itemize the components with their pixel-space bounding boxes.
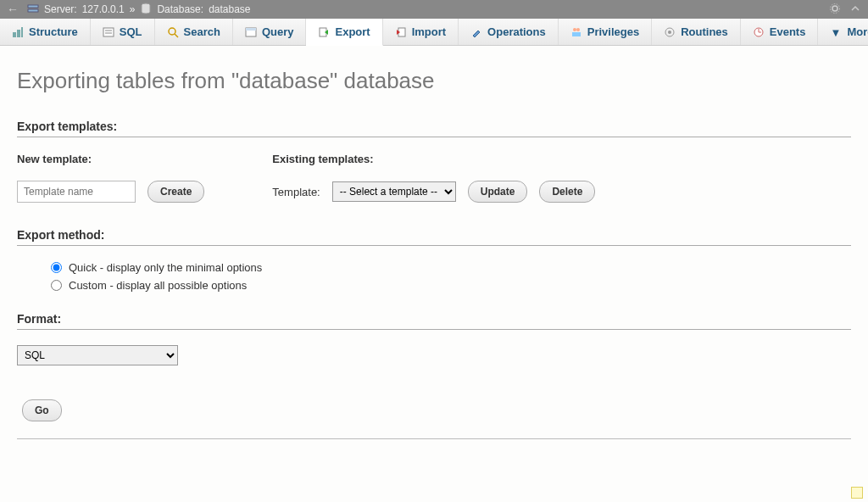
gear-icon[interactable] (829, 3, 841, 17)
back-arrow-icon[interactable]: ← (7, 3, 19, 16)
tab-query[interactable]: Query (233, 19, 307, 45)
radio-quick-label: Quick - display only the minimal options (69, 261, 262, 274)
svg-point-11 (169, 28, 175, 35)
breadcrumb-bar: ← Server: 127.0.0.1 » Database: database (0, 0, 868, 19)
svg-point-3 (832, 6, 837, 11)
svg-point-18 (576, 28, 580, 31)
tab-label: Privileges (587, 25, 639, 38)
divider (17, 438, 851, 439)
privileges-icon (570, 26, 582, 38)
tab-structure[interactable]: Structure (0, 19, 91, 45)
svg-rect-7 (21, 27, 23, 37)
svg-rect-1 (28, 9, 38, 12)
tab-import[interactable]: Import (383, 19, 459, 45)
search-icon (167, 26, 179, 38)
tab-label: SQL (120, 25, 142, 38)
create-button[interactable]: Create (147, 181, 204, 203)
tab-label: Operations (487, 25, 546, 38)
tab-search[interactable]: Search (155, 19, 233, 45)
radio-quick[interactable]: Quick - display only the minimal options (51, 261, 851, 274)
tab-more[interactable]: ▼ More (818, 19, 868, 45)
svg-rect-5 (13, 32, 16, 37)
svg-rect-19 (572, 32, 581, 36)
template-select[interactable]: -- Select a template -- (332, 181, 456, 202)
svg-rect-8 (103, 28, 114, 36)
export-method-heading: Export method: (17, 228, 851, 246)
tab-operations[interactable]: Operations (459, 19, 559, 45)
export-icon (318, 26, 330, 38)
tab-export[interactable]: Export (306, 19, 382, 46)
tab-sql[interactable]: SQL (91, 19, 155, 45)
template-name-input[interactable] (17, 181, 136, 203)
svg-point-17 (573, 28, 576, 31)
server-label: Server: (44, 3, 77, 15)
tab-label: Structure (29, 25, 78, 38)
new-template-heading: New template: (17, 153, 204, 165)
tab-label: Routines (681, 25, 728, 38)
tab-label: Search (184, 25, 220, 38)
collapse-icon[interactable] (849, 3, 861, 17)
svg-line-12 (175, 34, 178, 37)
page-title: Exporting tables from "database" databas… (17, 68, 851, 94)
svg-rect-0 (28, 5, 38, 8)
db-value[interactable]: database (209, 3, 250, 15)
radio-quick-input[interactable] (51, 262, 62, 273)
routines-icon (664, 26, 676, 38)
template-select-label: Template: (272, 186, 320, 198)
more-icon: ▼ (830, 26, 842, 38)
tab-label: Query (262, 25, 294, 38)
radio-custom-label: Custom - display all possible options (69, 279, 247, 292)
tab-privileges[interactable]: Privileges (559, 19, 652, 45)
svg-rect-6 (17, 30, 20, 37)
format-select[interactable]: SQL (17, 345, 178, 365)
query-icon (245, 26, 257, 38)
operations-icon (470, 26, 482, 38)
svg-point-4 (831, 3, 840, 13)
breadcrumb-sep: » (130, 3, 136, 15)
export-templates-heading: Export templates: (17, 120, 851, 137)
tab-label: More (847, 25, 868, 38)
tab-label: Export (335, 25, 370, 38)
tab-events[interactable]: Events (741, 19, 819, 45)
existing-templates-heading: Existing templates: (272, 153, 595, 165)
sql-icon (103, 26, 114, 38)
svg-rect-14 (246, 28, 256, 31)
svg-point-21 (668, 31, 671, 34)
update-button[interactable]: Update (468, 181, 528, 203)
tab-label: Events (770, 25, 806, 38)
database-icon (140, 3, 152, 17)
radio-custom[interactable]: Custom - display all possible options (51, 279, 851, 292)
tab-routines[interactable]: Routines (652, 19, 741, 45)
tabs-bar: Structure SQL Search Query Export Import… (0, 19, 868, 46)
events-icon (753, 26, 765, 38)
import-icon (395, 26, 407, 38)
tab-label: Import (412, 25, 446, 38)
structure-icon (12, 26, 24, 38)
format-heading: Format: (17, 312, 851, 330)
server-value[interactable]: 127.0.0.1 (82, 3, 125, 15)
radio-custom-input[interactable] (51, 280, 62, 291)
db-label: Database: (157, 3, 203, 15)
server-icon (27, 3, 39, 17)
go-button[interactable]: Go (22, 399, 62, 421)
delete-button[interactable]: Delete (539, 181, 595, 203)
